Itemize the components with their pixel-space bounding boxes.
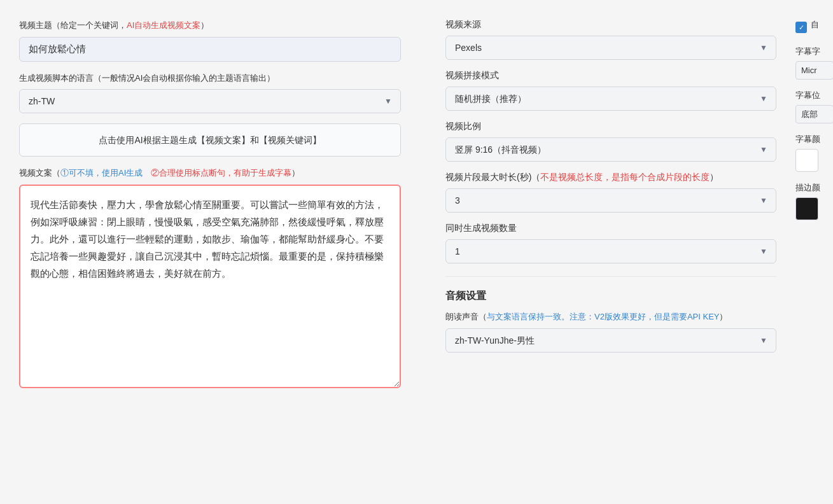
left-panel: 视频主题（给定一个关键词，AI自动生成视频文案） 生成视频脚本的语言（一般情况A… (0, 13, 420, 491)
duration-label: 视频片段最大时长(秒)（不是视频总长度，是指每个合成片段的长度） (445, 172, 776, 183)
audio-voice-select[interactable]: zh-TW-YunJhe-男性 zh-TW-HsiaoChen-女性 zh-CN… (445, 328, 776, 353)
language-label: 生成视频脚本的语言（一般情况AI会自动根据你输入的主题语言输出） (19, 72, 401, 85)
duration-select[interactable]: 12345 678910 (445, 188, 776, 213)
middle-panel: 视频来源 Pexels Pixabay Local ▼ 视频拼接模式 随机拼接（… (433, 13, 789, 491)
right-panel: ✓ 自 字幕字 字幕位 字幕颜 描边颜 (789, 13, 833, 491)
count-select-wrapper: 12345 ▼ (445, 239, 776, 263)
audio-section: 音频设置 朗读声音（与文案语言保持一致。注意：V2版效果更好，但是需要API K… (445, 276, 776, 353)
ai-generate-button[interactable]: 点击使用AI根据主题生成【视频文案】和【视频关键词】 (19, 123, 401, 157)
topic-label: 视频主题（给定一个关键词，AI自动生成视频文案） (19, 19, 401, 32)
auto-checkbox-row: ✓ 自 (795, 19, 833, 36)
ratio-select-wrapper: 竖屏 9:16（抖音视频） 横屏 16:9 方形 1:1 ▼ (445, 137, 776, 162)
color-label: 字幕颜 (795, 134, 833, 145)
source-label: 视频来源 (445, 19, 776, 31)
source-select-wrapper: Pexels Pixabay Local ▼ (445, 36, 776, 60)
auto-checkbox[interactable]: ✓ (795, 22, 807, 33)
script-label: 视频文案（①可不填，使用AI生成 ②合理使用标点断句，有助于生成字幕） (19, 167, 401, 179)
duration-select-wrapper: 12345 678910 ▼ (445, 188, 776, 213)
topic-input[interactable] (19, 37, 401, 62)
ratio-select[interactable]: 竖屏 9:16（抖音视频） 横屏 16:9 方形 1:1 (445, 137, 776, 162)
language-select-wrapper: zh-TW zh-CN en ja ko ▼ (19, 89, 401, 113)
splice-select-wrapper: 随机拼接（推荐） 顺序拼接 ▼ (445, 87, 776, 111)
border-color-label: 描边颜 (795, 182, 833, 193)
source-select[interactable]: Pexels Pixabay Local (445, 36, 776, 60)
language-select[interactable]: zh-TW zh-CN en ja ko (19, 89, 401, 113)
font-input[interactable] (795, 61, 833, 80)
splice-select[interactable]: 随机拼接（推荐） 顺序拼接 (445, 87, 776, 111)
script-textarea[interactable]: 現代生活節奏快，壓力大，學會放鬆心情至關重要。可以嘗試一些簡單有效的方法，例如深… (19, 185, 401, 388)
ratio-label: 视频比例 (445, 121, 776, 132)
count-label: 同时生成视频数量 (445, 223, 776, 234)
subtitle-label: 字幕字 (795, 46, 833, 57)
audio-voice-select-wrapper: zh-TW-YunJhe-男性 zh-TW-HsiaoChen-女性 zh-CN… (445, 328, 776, 353)
color-swatch-white[interactable] (795, 149, 818, 172)
audio-title: 音频设置 (445, 290, 776, 303)
position-label: 字幕位 (795, 90, 833, 101)
splice-label: 视频拼接模式 (445, 70, 776, 81)
count-select[interactable]: 12345 (445, 239, 776, 263)
audio-voice-label: 朗读声音（与文案语言保持一致。注意：V2版效果更好，但是需要API KEY） (445, 311, 776, 323)
auto-label: 自 (811, 19, 819, 31)
position-input[interactable] (795, 105, 833, 123)
color-swatch-black[interactable] (795, 197, 818, 220)
